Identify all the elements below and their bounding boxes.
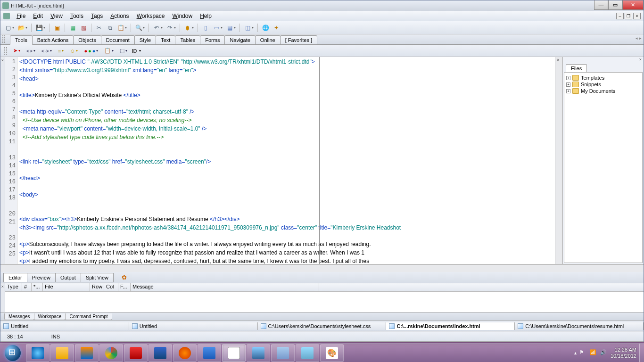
clipboard-icon[interactable]: 📋▾ [102, 47, 116, 55]
clock[interactable]: 12:28 AM 10/18/2012 [611, 347, 636, 359]
browser-icon[interactable]: ▧ [79, 23, 88, 33]
taskbar-calc[interactable] [296, 344, 319, 362]
new-file-icon[interactable]: ▢ [3, 23, 13, 33]
tab-navigate[interactable]: Navigate [224, 35, 255, 44]
toolbar-grip[interactable] [4, 47, 7, 55]
mdi-doc-icon[interactable] [3, 13, 10, 19]
tab-online[interactable]: Online [255, 35, 281, 44]
id-icon[interactable]: ⬚▾ [118, 47, 129, 55]
editor-gutter-close[interactable]: × [0, 57, 5, 264]
lowertab-workspace[interactable]: Workspace [34, 313, 66, 320]
taskbar-chrome[interactable] [99, 344, 123, 362]
files-tab[interactable]: Files [566, 64, 587, 72]
lowertab-messages[interactable]: Messages [4, 313, 34, 320]
viewtab-output[interactable]: Output [55, 273, 81, 282]
doc-tab[interactable]: C:\Users\kerskine\Documents\resume.html [515, 322, 644, 330]
tab--favorites-[interactable]: [ Favorites ] [280, 35, 317, 44]
tab-tables[interactable]: Tables [175, 35, 200, 44]
tree-item[interactable]: +Templates [566, 74, 640, 81]
doc-tab[interactable]: C:\...rskine\Documents\index.html [386, 322, 515, 330]
tab-scroll[interactable]: ◂ ▸ [636, 36, 642, 41]
maximize-button[interactable]: ▭ [608, 0, 622, 10]
mdi-min-button[interactable]: – [616, 13, 624, 19]
doc-tab[interactable]: C:\Users\kerskine\Documents\stylesheet.c… [258, 322, 387, 330]
toolbar-grip[interactable] [2, 35, 5, 43]
tab-text[interactable]: Text [156, 35, 175, 44]
undo-icon[interactable]: ↶ [152, 23, 161, 33]
indent-icon[interactable]: ≡▾ [56, 47, 66, 55]
tab-document[interactable]: Document [101, 35, 135, 44]
tab-batch-actions[interactable]: Batch Actions [32, 35, 74, 44]
menu-window[interactable]: Window [168, 12, 196, 20]
layout3-icon[interactable]: ▤ [225, 23, 234, 33]
open-file-icon[interactable]: 📂 [17, 23, 26, 33]
taskbar-app3[interactable] [247, 344, 270, 362]
find-icon[interactable]: 🔍 [134, 23, 143, 33]
network-icon[interactable]: 📶 [590, 349, 597, 357]
output-col[interactable]: Message [131, 283, 319, 291]
viewtab-split-view[interactable]: Split View [81, 273, 114, 282]
lowertab-command-prompt[interactable]: Command Prompt [65, 313, 112, 320]
output-col[interactable]: F... [118, 283, 131, 291]
tab-forms[interactable]: Forms [200, 35, 225, 44]
cut-icon[interactable]: ✂ [94, 23, 104, 33]
vertical-scrollbar[interactable] [555, 57, 562, 264]
taskbar-explorer[interactable] [50, 344, 74, 362]
system-tray[interactable]: ▴ ⚑ 📶 🔊 12:28 AM 10/18/2012 [571, 347, 639, 359]
menu-tools[interactable]: Tools [66, 12, 87, 20]
mdi-restore-button[interactable]: ❐ [625, 13, 632, 19]
tab-objects[interactable]: Objects [73, 35, 101, 44]
ftp-icon[interactable]: ▣ [52, 23, 62, 33]
menu-file[interactable]: File [13, 12, 29, 20]
help-icon[interactable]: ⬮ [183, 23, 192, 33]
color-icon[interactable]: ●●●▾ [82, 47, 100, 55]
taskbar-htmlkit[interactable] [222, 344, 246, 362]
taskbar-app4[interactable] [271, 344, 295, 362]
menu-view[interactable]: View [47, 12, 66, 20]
tree-item[interactable]: +My Documents [566, 88, 640, 94]
pointer-icon[interactable]: ➤▾ [11, 47, 22, 55]
close-button[interactable]: ✕ [622, 0, 644, 10]
output-col[interactable]: # [22, 283, 32, 291]
layout1-icon[interactable]: ▯ [201, 23, 210, 33]
output-close[interactable]: × [0, 283, 5, 312]
preview-icon[interactable]: ▦ [68, 23, 77, 33]
horizontal-scrollbar[interactable] [0, 264, 644, 272]
taskbar-media[interactable] [75, 344, 99, 362]
anchor-icon[interactable]: <>▾ [25, 47, 37, 55]
taskbar-ie[interactable] [26, 344, 50, 362]
mdi-close-button[interactable]: × [633, 13, 641, 19]
tag-icon[interactable]: <·>▾ [40, 47, 54, 55]
output-col[interactable]: Col [104, 283, 118, 291]
window-icon[interactable]: ◫ [243, 23, 252, 33]
minimize-button[interactable]: — [594, 0, 608, 10]
save-icon[interactable]: 💾 [34, 23, 44, 33]
doc-tab[interactable]: Untitled [0, 322, 129, 330]
globe-icon[interactable]: 🌐 [261, 23, 270, 33]
viewtab-editor[interactable]: Editor [3, 273, 27, 282]
output-col[interactable]: *... [32, 283, 43, 291]
taskbar-app1[interactable] [124, 344, 148, 362]
smiley-icon[interactable]: ☺▾ [68, 47, 80, 55]
menu-tags[interactable]: Tags [87, 12, 107, 20]
menu-actions[interactable]: Actions [107, 12, 132, 20]
viewtab-preview[interactable]: Preview [27, 273, 56, 282]
tab-tools[interactable]: Tools [10, 35, 33, 45]
show-desktop-button[interactable] [639, 344, 644, 362]
volume-icon[interactable]: 🔊 [600, 349, 608, 357]
tab-style[interactable]: Style [134, 35, 156, 44]
titlebar[interactable]: HTML-Kit - [index.html] — ▭ ✕ [0, 0, 644, 11]
taskbar-firefox[interactable] [173, 344, 197, 362]
menu-edit[interactable]: Edit [29, 12, 47, 20]
menu-help[interactable]: Help [196, 12, 215, 20]
tray-overflow-icon[interactable]: ▴ [574, 350, 577, 355]
panel-close-icon[interactable]: × [557, 58, 561, 62]
tree-item[interactable]: +Snippets [566, 81, 640, 88]
taskbar-paint[interactable]: 🎨 [320, 344, 344, 362]
taskbar-app2[interactable] [149, 344, 172, 362]
flag-icon[interactable]: ⚑ [579, 349, 587, 357]
copy-icon[interactable]: ⧉ [105, 23, 115, 33]
menu-workspace[interactable]: Workspace [133, 12, 169, 20]
taskbar-word[interactable] [198, 344, 221, 362]
redo-icon[interactable]: ↷ [165, 23, 174, 33]
